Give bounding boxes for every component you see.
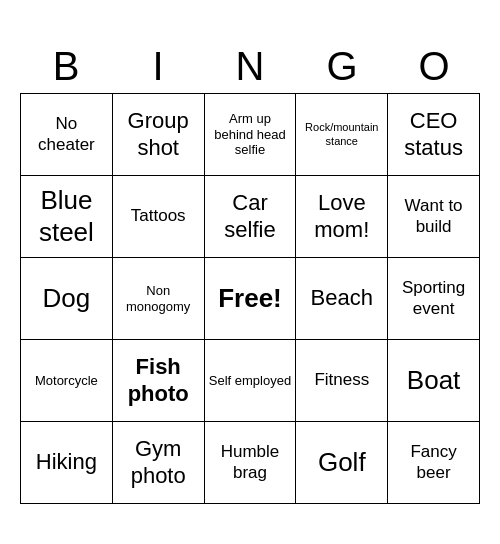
bingo-cell: No cheater <box>21 94 113 176</box>
header-letter: G <box>296 40 388 93</box>
bingo-cell: Fish photo <box>113 340 205 422</box>
header-letter: I <box>112 40 204 93</box>
bingo-cell: Humble brag <box>205 422 297 504</box>
bingo-cell: Non monogomy <box>113 258 205 340</box>
bingo-cell: Gym photo <box>113 422 205 504</box>
bingo-cell: Fancy beer <box>388 422 480 504</box>
bingo-cell: Car selfie <box>205 176 297 258</box>
bingo-card: BINGO No cheaterGroup shotArm up behind … <box>20 40 480 504</box>
bingo-cell: Dog <box>21 258 113 340</box>
bingo-cell: Beach <box>296 258 388 340</box>
header-letter: O <box>388 40 480 93</box>
bingo-cell: Free! <box>205 258 297 340</box>
bingo-cell: Motorcycle <box>21 340 113 422</box>
bingo-cell: Sporting event <box>388 258 480 340</box>
bingo-cell: Blue steel <box>21 176 113 258</box>
header-letter: B <box>20 40 112 93</box>
bingo-cell: Self employed <box>205 340 297 422</box>
bingo-cell: Love mom! <box>296 176 388 258</box>
bingo-cell: Arm up behind head selfie <box>205 94 297 176</box>
bingo-cell: Group shot <box>113 94 205 176</box>
bingo-cell: Tattoos <box>113 176 205 258</box>
bingo-cell: Golf <box>296 422 388 504</box>
bingo-grid: No cheaterGroup shotArm up behind head s… <box>20 93 480 504</box>
header-letter: N <box>204 40 296 93</box>
bingo-cell: Hiking <box>21 422 113 504</box>
bingo-cell: Rock/mountain stance <box>296 94 388 176</box>
bingo-cell: Boat <box>388 340 480 422</box>
bingo-cell: CEO status <box>388 94 480 176</box>
bingo-header: BINGO <box>20 40 480 93</box>
bingo-cell: Want to build <box>388 176 480 258</box>
bingo-cell: Fitness <box>296 340 388 422</box>
